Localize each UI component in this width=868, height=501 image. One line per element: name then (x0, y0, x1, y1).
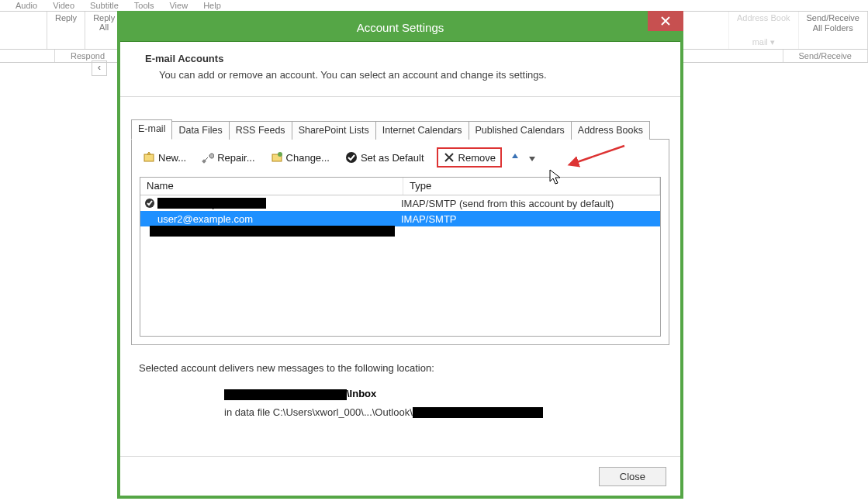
ribbon-respond-group: Reply (47, 12, 85, 49)
svg-point-3 (278, 152, 282, 157)
new-icon (143, 151, 155, 164)
dialog-header-block: E-mail Accounts You can add or remove an… (120, 42, 680, 97)
delivery-location-block: Selected account delivers new messages t… (131, 345, 669, 418)
set-default-label: Set as Default (361, 152, 424, 164)
account-settings-dialog: Account Settings E-mail Accounts You can… (117, 11, 683, 499)
menu-audio[interactable]: Audio (16, 1, 37, 10)
data-file-prefix: in data file C:\Users\xworl_000\...\Outl… (224, 406, 413, 418)
menu-help[interactable]: Help (203, 1, 221, 10)
dialog-titlebar: Account Settings (120, 14, 680, 41)
menu-tools[interactable]: Tools (134, 1, 154, 10)
change-icon (271, 151, 283, 164)
dialog-body: E-mail Accounts You can add or remove an… (120, 41, 680, 496)
account-type: IMAP/SMTP (send from this account by def… (395, 198, 660, 209)
set-default-button[interactable]: Set as Default (342, 149, 427, 166)
redacted-filename (413, 407, 543, 418)
account-row-selected[interactable]: user2@example.com IMAP/SMTP (140, 211, 660, 226)
app-menubar: Audio Video Subtitle Tools View Help (0, 0, 868, 12)
tab-data-files[interactable]: Data Files (171, 121, 229, 140)
accounts-list[interactable]: Name Type user@example.com IMAP/SMTP (se… (140, 177, 661, 337)
redacted-account-name: . (224, 389, 347, 400)
account-toolbar: New... Repair... Change... Set as Defaul… (132, 147, 669, 174)
email-accounts-heading: E-mail Accounts (145, 53, 663, 64)
svg-point-4 (346, 152, 357, 163)
repair-label: Repair... (217, 152, 254, 164)
move-up-button[interactable] (511, 151, 519, 164)
tab-email[interactable]: E-mail (131, 119, 172, 140)
repair-account-button[interactable]: Repair... (199, 149, 258, 166)
tab-area: E-mail Data Files RSS Feeds SharePoint L… (120, 97, 680, 418)
dialog-title: Account Settings (357, 21, 444, 34)
account-name-redacted: user@example.com (157, 198, 266, 209)
menu-view[interactable]: View (169, 1, 188, 10)
delivery-location-intro: Selected account delivers new messages t… (139, 362, 666, 374)
nav-back-chevron[interactable]: ‹ (92, 60, 107, 76)
dialog-footer: Close (120, 456, 680, 496)
remove-icon (443, 151, 455, 164)
inbox-suffix: \Inbox (347, 388, 376, 399)
change-label: Change... (286, 152, 330, 164)
tab-strip: E-mail Data Files RSS Feeds SharePoint L… (131, 117, 669, 139)
col-header-type[interactable]: Type (403, 178, 660, 195)
ribbon-left-blank (0, 12, 47, 49)
remove-label: Remove (458, 152, 496, 164)
email-tab-panel: New... Repair... Change... Set as Defaul… (131, 139, 669, 345)
close-button[interactable]: Close (599, 467, 666, 486)
account-name: user2@example.com (157, 213, 253, 225)
svg-rect-0 (144, 154, 154, 161)
ribbon-group-blank (0, 50, 55, 62)
ribbon-send-receive[interactable]: Send/Receive All Folders (799, 12, 869, 49)
set-default-icon (345, 151, 358, 164)
menu-video[interactable]: Video (53, 1, 74, 10)
close-icon (661, 16, 670, 26)
tab-sharepoint-lists[interactable]: SharePoint Lists (292, 121, 376, 140)
delivery-data-file-path: in data file C:\Users\xworl_000\...\Outl… (224, 406, 666, 419)
delivery-location-path: .\Inbox (224, 388, 666, 400)
repair-icon (202, 151, 214, 164)
address-book-label: Address Book (737, 13, 790, 22)
account-type: IMAP/SMTP (395, 213, 660, 225)
new-label: New... (158, 152, 186, 164)
menu-subtitle[interactable]: Subtitle (90, 1, 119, 10)
change-account-button[interactable]: Change... (268, 149, 333, 166)
default-account-check-icon (145, 199, 154, 208)
redaction-bar-1 (150, 226, 395, 237)
ribbon-reply[interactable]: Reply (55, 13, 77, 22)
col-header-name[interactable]: Name (140, 178, 403, 195)
mail-dropdown[interactable]: mail ▾ (737, 37, 790, 47)
ribbon-address-book[interactable]: Address Book mail ▾ (729, 12, 798, 49)
tab-internet-calendars[interactable]: Internet Calendars (375, 121, 469, 140)
email-accounts-desc: You can add or remove an account. You ca… (159, 69, 663, 81)
new-account-button[interactable]: New... (140, 149, 189, 166)
remove-account-button[interactable]: Remove (437, 147, 502, 168)
tab-rss-feeds[interactable]: RSS Feeds (229, 121, 292, 140)
account-row[interactable]: user@example.com IMAP/SMTP (send from th… (140, 195, 660, 211)
ribbon-group-sendreceive: Send/Receive (783, 50, 869, 62)
tab-published-calendars[interactable]: Published Calendars (469, 121, 572, 140)
accounts-list-header: Name Type (140, 178, 660, 195)
dialog-close-x-button[interactable] (648, 11, 683, 31)
tab-address-books[interactable]: Address Books (571, 121, 650, 140)
ribbon-group-respond: Respond (55, 50, 121, 62)
move-down-button[interactable] (528, 151, 536, 164)
